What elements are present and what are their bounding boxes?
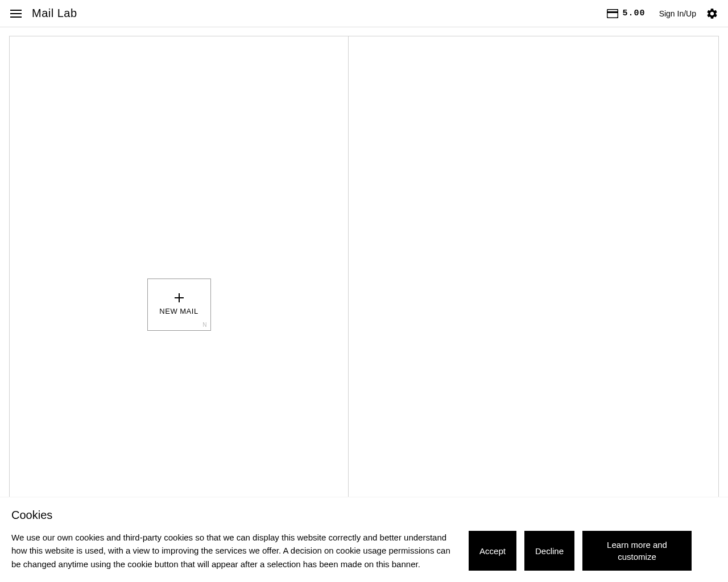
cookie-title: Cookies — [11, 509, 717, 522]
menu-icon — [10, 10, 22, 18]
settings-button[interactable] — [705, 7, 719, 20]
cookie-row: We use our own cookies and third-party c… — [11, 531, 717, 571]
cookie-text: We use our own cookies and third-party c… — [11, 531, 461, 571]
svg-rect-2 — [10, 16, 22, 18]
main-area: NEW MAIL N — [9, 36, 719, 573]
svg-rect-3 — [607, 9, 618, 18]
credit-amount: 5.00 — [623, 9, 646, 18]
new-mail-shortcut: N — [202, 322, 206, 328]
plus-icon — [175, 293, 184, 302]
svg-rect-4 — [607, 11, 618, 13]
header: Mail Lab 5.00 Sign In/Up — [0, 0, 728, 27]
mail-content-panel — [349, 36, 718, 572]
mail-list-panel: NEW MAIL N — [10, 36, 349, 572]
menu-button[interactable] — [9, 7, 23, 20]
card-icon — [607, 9, 618, 18]
new-mail-button[interactable]: NEW MAIL N — [147, 278, 211, 331]
gear-icon — [706, 7, 718, 20]
cookie-banner: Cookies We use our own cookies and third… — [0, 497, 728, 582]
sign-in-link[interactable]: Sign In/Up — [659, 9, 696, 18]
cookie-learn-more-button[interactable]: Learn more and customize — [582, 531, 692, 571]
credit-section[interactable]: 5.00 — [607, 9, 646, 18]
new-mail-label: NEW MAIL — [159, 307, 198, 315]
svg-rect-0 — [10, 10, 22, 11]
svg-rect-1 — [10, 13, 22, 14]
logo[interactable]: Mail Lab — [32, 7, 77, 20]
cookie-decline-button[interactable]: Decline — [524, 531, 574, 571]
cookie-accept-button[interactable]: Accept — [469, 531, 516, 571]
svg-rect-6 — [175, 297, 184, 298]
